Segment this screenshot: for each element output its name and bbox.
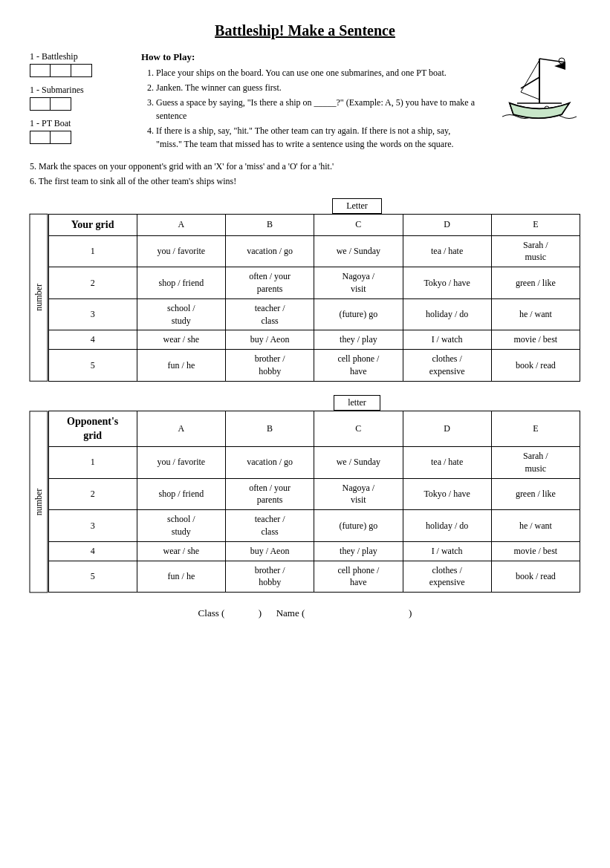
col-header: C xyxy=(314,411,403,446)
grid-cell: often / your parents xyxy=(226,267,314,299)
grid-cell: Tokyo / have xyxy=(403,267,491,299)
top-section: 1 - Battleship1 - Submarines1 - PT Boat … xyxy=(30,51,580,152)
row-number: 4 xyxy=(48,330,137,350)
grid-cell: cell phone / have xyxy=(314,561,403,593)
grid-cell: Nagoya / visit xyxy=(314,267,403,299)
table-row: 4wear / shebuy / Aeonthey / playI / watc… xyxy=(48,330,580,350)
grid-cell: green / like xyxy=(491,267,580,299)
grid-cell: green / like xyxy=(491,478,580,510)
ship-label: 1 - Battleship xyxy=(30,51,126,62)
col-header: E xyxy=(491,215,580,236)
grid-cell: holiday / do xyxy=(403,510,491,542)
grid-cell: clothes / expensive xyxy=(403,561,491,593)
grid-cell: Nagoya / visit xyxy=(314,478,403,510)
table-row: 3school / studyteacher / class(future) g… xyxy=(48,510,580,542)
grid-corner: Your grid xyxy=(48,215,137,236)
instruction-item: Place your ships on the board. You can u… xyxy=(156,66,476,79)
class-paren: ) xyxy=(259,607,262,619)
grid-cell: brother / hobby xyxy=(226,350,314,382)
ship-box xyxy=(51,64,71,77)
grid-cell: cell phone / have xyxy=(314,350,403,382)
col-header: D xyxy=(403,215,491,236)
grid-cell: we / Sunday xyxy=(314,235,403,267)
extra-rule: 6. The first team to sink all of the oth… xyxy=(30,174,580,188)
instruction-item: Guess a space by saying, "Is there a shi… xyxy=(156,96,476,123)
row-number: 1 xyxy=(48,446,137,478)
grid-cell: buy / Aeon xyxy=(226,541,314,561)
table-row: 1you / favoritevacation / gowe / Sundayt… xyxy=(48,446,580,478)
instructions-list: Place your ships on the board. You can u… xyxy=(141,66,476,151)
ship-box xyxy=(71,64,92,77)
grid2-table: Opponent's gridABCDE1you / favoritevacat… xyxy=(48,411,581,593)
grid2-letter-label: letter xyxy=(334,395,380,411)
grid-cell: holiday / do xyxy=(403,298,491,330)
extra-rule: 5. Mark the spaces on your opponent's gr… xyxy=(30,160,580,173)
col-header: E xyxy=(491,411,580,446)
grid-cell: Sarah / music xyxy=(491,235,580,267)
grid-cell: tea / hate xyxy=(403,446,491,478)
class-label: Class ( xyxy=(198,607,225,619)
grid-cell: wear / she xyxy=(137,330,225,350)
extra-rules: 5. Mark the spaces on your opponent's gr… xyxy=(30,160,580,188)
footer: Class ( ) Name ( ) xyxy=(30,607,580,619)
row-number: 3 xyxy=(48,510,137,542)
pirate-ship-image xyxy=(491,51,580,152)
grid-cell: I / watch xyxy=(403,330,491,350)
table-row: 4wear / shebuy / Aeonthey / playI / watc… xyxy=(48,541,580,561)
ship-box xyxy=(30,131,51,144)
grid2-number-label: number xyxy=(30,411,48,593)
col-header: B xyxy=(226,411,314,446)
grid1-number-label: number xyxy=(30,214,48,382)
grid1-letter-label: Letter xyxy=(332,198,382,214)
col-header: A xyxy=(137,411,225,446)
grid-cell: clothes / expensive xyxy=(403,350,491,382)
grid-cell: school / study xyxy=(137,510,225,542)
grid-cell: he / want xyxy=(491,510,580,542)
page-title: Battleship! Make a Sentence xyxy=(30,22,580,39)
col-header: C xyxy=(314,215,403,236)
grid-cell: teacher / class xyxy=(226,298,314,330)
table-row: 3school / studyteacher / class(future) g… xyxy=(48,298,580,330)
grid-corner: Opponent's grid xyxy=(48,411,137,446)
row-number: 5 xyxy=(48,350,137,382)
grid-cell: shop / friend xyxy=(137,478,225,510)
grid-cell: you / favorite xyxy=(137,446,225,478)
col-header: D xyxy=(403,411,491,446)
how-to-label: How to Play: xyxy=(141,51,476,63)
grid-cell: he / want xyxy=(491,298,580,330)
table-row: 5fun / hebrother / hobbycell phone / hav… xyxy=(48,350,580,382)
grid1-with-label: number Your gridABCDE1you / favoritevaca… xyxy=(30,214,580,382)
grid-cell: (future) go xyxy=(314,510,403,542)
grid-cell: fun / he xyxy=(137,350,225,382)
grid-cell: book / read xyxy=(491,350,580,382)
grid-cell: they / play xyxy=(314,330,403,350)
grid-cell: you / favorite xyxy=(137,235,225,267)
table-row: 5fun / hebrother / hobbycell phone / hav… xyxy=(48,561,580,593)
grid-cell: movie / best xyxy=(491,541,580,561)
grid-cell: often / your parents xyxy=(226,478,314,510)
grid-cell: I / watch xyxy=(403,541,491,561)
row-number: 4 xyxy=(48,541,137,561)
instruction-item: If there is a ship, say, "hit." The othe… xyxy=(156,124,476,151)
grid2-with-label: number Opponent's gridABCDE1you / favori… xyxy=(30,411,580,593)
grid-cell: brother / hobby xyxy=(226,561,314,593)
grid1-table: Your gridABCDE1you / favoritevacation / … xyxy=(48,214,581,382)
grid-cell: buy / Aeon xyxy=(226,330,314,350)
grid-cell: movie / best xyxy=(491,330,580,350)
grid-cell: Tokyo / have xyxy=(403,478,491,510)
grid2-section: letter number Opponent's gridABCDE1you /… xyxy=(30,395,580,593)
grid-cell: we / Sunday xyxy=(314,446,403,478)
name-label: Name ( xyxy=(276,607,305,619)
ship-label: 1 - Submarines xyxy=(30,85,126,96)
grid-cell: vacation / go xyxy=(226,235,314,267)
ship-box xyxy=(51,97,71,111)
svg-marker-5 xyxy=(521,60,539,99)
ships-info: 1 - Battleship1 - Submarines1 - PT Boat xyxy=(30,51,126,152)
grid-cell: wear / she xyxy=(137,541,225,561)
row-number: 2 xyxy=(48,478,137,510)
row-number: 5 xyxy=(48,561,137,593)
svg-point-3 xyxy=(559,58,565,64)
name-paren: ) xyxy=(409,607,412,619)
grid-cell: tea / hate xyxy=(403,235,491,267)
grid-cell: book / read xyxy=(491,561,580,593)
